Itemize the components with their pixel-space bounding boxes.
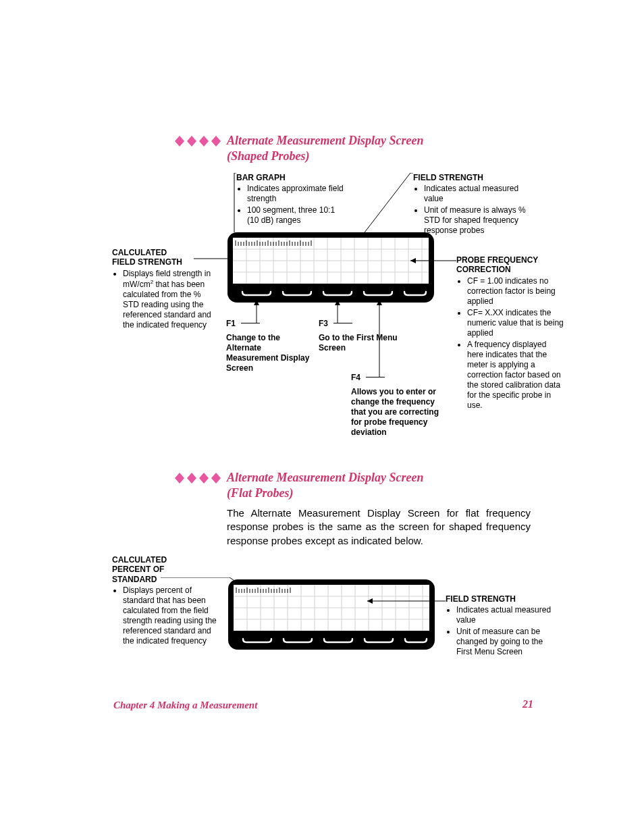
svg-marker-0 [175,136,184,147]
calc-fs-title-l2: FIELD STRENGTH [112,257,182,267]
f1-dash [241,323,260,323]
svg-marker-65 [187,473,196,484]
f3-callout: F3 Go to the First Menu Screen [319,317,400,353]
svg-marker-56 [410,258,416,263]
svg-marker-66 [199,473,209,484]
page: Alternate Measurement Display Screen (Sh… [0,0,644,834]
f4-dash [366,377,385,377]
section-heading-flat-probes: Alternate Measurement Display Screen (Fl… [227,470,510,500]
bar-graph-connector [234,173,239,234]
field-strength-2-bullet-1: Indicates actual measured value [456,605,560,625]
probe-cf-title-l1: PROBE FREQUENCY [456,255,538,265]
f1-desc: Change to the Alternate Measurement Disp… [226,333,314,373]
heading1-line2: (Shaped Probes) [227,149,310,163]
svg-marker-63 [377,300,382,305]
lcd-device-flat [227,578,436,651]
field-strength-title: FIELD STRENGTH [413,173,535,182]
svg-marker-60 [335,300,340,305]
probe-cf-bullet-1: CF = 1.00 indicates no correction factor… [467,276,564,307]
bar-graph-bullet-2: 100 segment, three 10:1 (10 dB) ranges [247,205,344,226]
footer-chapter-title: Chapter 4 Making a Measurement [113,700,257,711]
svg-marker-3 [211,136,221,147]
calc-pct-title-l3: STANDARD [112,575,157,584]
footer-page-number: 21 [522,698,533,710]
probe-cf-leader [405,257,458,266]
flat-probes-paragraph: The Alternate Measurement Display Screen… [227,506,531,548]
diamond-ornament-row-1 [174,135,221,147]
field-strength-bullet-1: Indicates actual measured value [424,184,535,204]
svg-marker-110 [367,598,373,604]
probe-cf-title-l2: CORRECTION [456,265,511,274]
f4-label: F4 [351,373,360,382]
heading2-line1: Alternate Measurement Display Screen [227,471,424,484]
svg-marker-1 [187,136,196,147]
probe-frequency-correction-callout: PROBE FREQUENCY CORRECTION CF = 1.00 ind… [456,255,564,412]
lcd-device-shaped [226,231,435,304]
svg-marker-67 [211,473,221,484]
field-strength-callout: FIELD STRENGTH Indicates actual measured… [413,173,535,237]
field-strength-bullet-2: Unit of measure is always % STD for shap… [424,205,535,236]
f3-label: F3 [319,319,328,328]
f3-dash [333,323,352,323]
f3-desc: Go to the First Menu Screen [319,333,400,353]
calc-pct-title-l2: PERCENT OF [112,565,164,574]
bar-graph-callout: BAR GRAPH Indicates approximate field st… [236,173,344,227]
probe-cf-bullet-3: A frequency displayed here indicates tha… [467,340,564,411]
field-strength-2-callout: FIELD STRENGTH Indicates actual measured… [446,594,560,658]
f1-label: F1 [226,319,236,328]
bar-graph-bullet-1: Indicates approximate field strength [247,184,344,204]
svg-marker-2 [199,136,209,147]
field-strength-2-leader [362,597,447,606]
diamond-ornament-row-2 [174,472,221,484]
probe-cf-bullet-2: CF= X.XX indicates the numeric value tha… [467,308,564,338]
svg-marker-64 [175,473,184,484]
calc-fs-bullet-1: Displays field strength in mW/cm2 that h… [123,269,213,330]
f1-callout: F1 Change to the Alternate Measurement D… [226,317,314,373]
heading1-line1: Alternate Measurement Display Screen [227,134,424,147]
calc-fs-title-l1: CALCULATED [112,248,167,257]
section-heading-shaped-probes: Alternate Measurement Display Screen (Sh… [227,133,510,163]
f4-desc: Allows you to enter or change the freque… [351,387,446,438]
field-strength-2-bullet-2: Unit of measure can be changed by going … [456,627,560,657]
field-strength-2-title: FIELD STRENGTH [446,594,560,604]
calc-pct-title-l1: CALCULATED [112,555,167,565]
bar-graph-title: BAR GRAPH [236,173,344,182]
f4-callout: F4 Allows you to enter or change the fre… [351,371,446,438]
heading2-line2: (Flat Probes) [227,486,294,500]
svg-marker-58 [254,300,259,305]
